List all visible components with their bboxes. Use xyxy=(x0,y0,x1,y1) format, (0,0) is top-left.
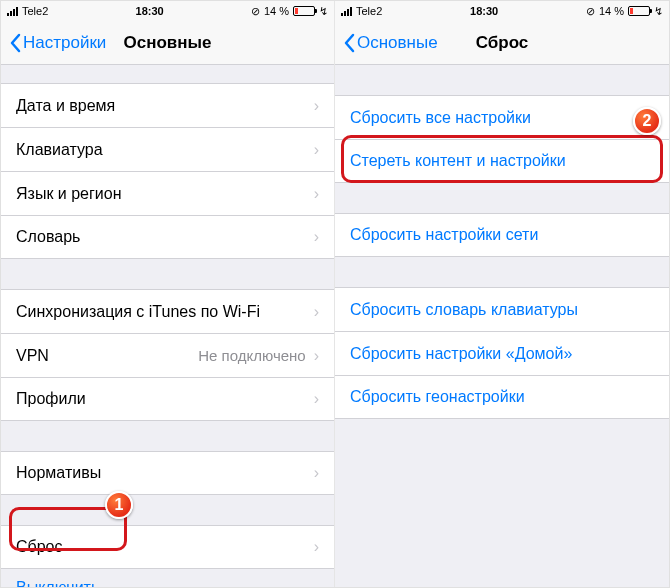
row-erase-content[interactable]: Стереть контент и настройки xyxy=(335,139,669,183)
rotation-lock-icon: ⊘ xyxy=(251,5,260,18)
row-label: Сбросить словарь клавиатуры xyxy=(350,301,654,319)
chevron-right-icon: › xyxy=(314,228,319,246)
carrier-label: Tele2 xyxy=(22,5,48,17)
row-label: VPN xyxy=(16,347,198,365)
battery-pct: 14 % xyxy=(264,5,289,17)
row-label: Сбросить настройки сети xyxy=(350,226,654,244)
battery-icon xyxy=(293,6,315,16)
row-reset-all-settings[interactable]: Сбросить все настройки xyxy=(335,95,669,139)
row-label: Сбросить все настройки xyxy=(350,109,654,127)
chevron-right-icon: › xyxy=(314,141,319,159)
back-label: Основные xyxy=(357,33,438,53)
status-bar: Tele2 18:30 ⊘ 14 % ↯ xyxy=(1,1,334,21)
nav-bar: Настройки Основные xyxy=(1,21,334,65)
phone-right: Tele2 18:30 ⊘ 14 % ↯ Основные Сброс Сбро… xyxy=(335,1,669,587)
shutdown-link[interactable]: Выключить xyxy=(1,569,334,587)
chevron-right-icon: › xyxy=(314,390,319,408)
battery-pct: 14 % xyxy=(599,5,624,17)
clock: 18:30 xyxy=(470,5,498,17)
row-itunes-wifi[interactable]: Синхронизация с iTunes по Wi-Fi › xyxy=(1,289,334,333)
chevron-right-icon: › xyxy=(314,347,319,365)
row-label: Словарь xyxy=(16,228,314,246)
row-label: Язык и регион xyxy=(16,185,314,203)
row-label: Нормативы xyxy=(16,464,314,482)
row-label: Сбросить настройки «Домой» xyxy=(350,345,654,363)
row-label: Синхронизация с iTunes по Wi-Fi xyxy=(16,303,314,321)
status-bar: Tele2 18:30 ⊘ 14 % ↯ xyxy=(335,1,669,21)
back-button[interactable]: Основные xyxy=(343,33,438,53)
phone-left: Tele2 18:30 ⊘ 14 % ↯ Настройки Основные … xyxy=(1,1,335,587)
annotation-marker-1: 1 xyxy=(105,491,133,519)
row-label: Сбросить геонастройки xyxy=(350,388,654,406)
row-label: Клавиатура xyxy=(16,141,314,159)
row-label: Стереть контент и настройки xyxy=(350,152,654,170)
row-dictionary[interactable]: Словарь › xyxy=(1,215,334,259)
nav-bar: Основные Сброс xyxy=(335,21,669,65)
row-reset-keyboard-dict[interactable]: Сбросить словарь клавиатуры xyxy=(335,287,669,331)
row-profiles[interactable]: Профили › xyxy=(1,377,334,421)
row-regulatory[interactable]: Нормативы › xyxy=(1,451,334,495)
chevron-left-icon xyxy=(9,33,21,53)
chevron-right-icon: › xyxy=(314,185,319,203)
back-button[interactable]: Настройки xyxy=(9,33,106,53)
charging-icon: ↯ xyxy=(654,5,663,18)
chevron-right-icon: › xyxy=(314,303,319,321)
back-label: Настройки xyxy=(23,33,106,53)
clock: 18:30 xyxy=(136,5,164,17)
row-reset-home[interactable]: Сбросить настройки «Домой» xyxy=(335,331,669,375)
row-reset-location[interactable]: Сбросить геонастройки xyxy=(335,375,669,419)
chevron-left-icon xyxy=(343,33,355,53)
row-keyboard[interactable]: Клавиатура › xyxy=(1,127,334,171)
row-date-time[interactable]: Дата и время › xyxy=(1,83,334,127)
row-value: Не подключено xyxy=(198,347,305,364)
signal-icon xyxy=(341,7,352,16)
chevron-right-icon: › xyxy=(314,538,319,556)
row-label: Сброс xyxy=(16,538,314,556)
row-label: Профили xyxy=(16,390,314,408)
reset-content: Сбросить все настройки Стереть контент и… xyxy=(335,65,669,587)
battery-icon xyxy=(628,6,650,16)
row-vpn[interactable]: VPN Не подключено › xyxy=(1,333,334,377)
row-reset[interactable]: Сброс › xyxy=(1,525,334,569)
chevron-right-icon: › xyxy=(314,464,319,482)
signal-icon xyxy=(7,7,18,16)
carrier-label: Tele2 xyxy=(356,5,382,17)
settings-content: Дата и время › Клавиатура › Язык и регио… xyxy=(1,65,334,587)
row-reset-network[interactable]: Сбросить настройки сети xyxy=(335,213,669,257)
annotation-marker-2: 2 xyxy=(633,107,661,135)
rotation-lock-icon: ⊘ xyxy=(586,5,595,18)
charging-icon: ↯ xyxy=(319,5,328,18)
row-label: Дата и время xyxy=(16,97,314,115)
chevron-right-icon: › xyxy=(314,97,319,115)
row-lang-region[interactable]: Язык и регион › xyxy=(1,171,334,215)
